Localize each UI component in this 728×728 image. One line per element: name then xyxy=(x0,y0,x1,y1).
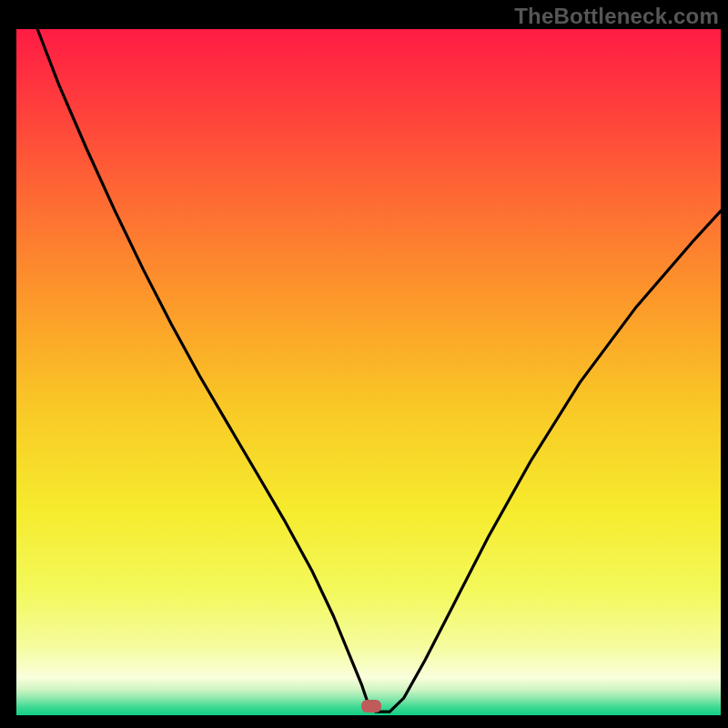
optimum-marker xyxy=(361,700,381,713)
bottleneck-chart xyxy=(0,0,728,728)
watermark-text: TheBottleneck.com xyxy=(514,4,719,29)
chart-frame: { "watermark": "TheBottleneck.com", "plo… xyxy=(0,0,728,728)
plot-background xyxy=(16,29,721,715)
